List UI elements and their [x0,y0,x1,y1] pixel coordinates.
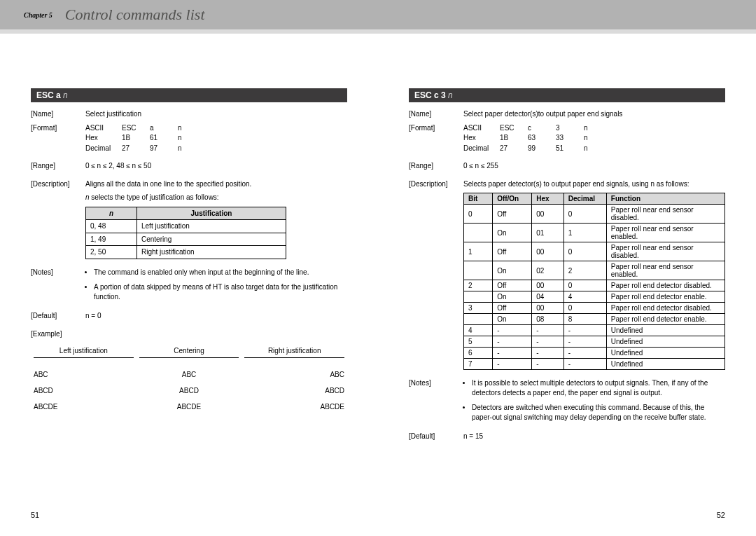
format-grid: ASCIIESCan Hex1B61n Decimal2797n [85,123,347,153]
bt-cell: Off [493,303,532,314]
name-value: Select justification [85,109,347,119]
fmt-cell: n [584,123,612,133]
notes-label: [Notes] [409,378,463,427]
bt-cell: Paper roll near end sensor disabled. [606,242,724,261]
ex-cell: ABCD [31,383,136,399]
bt-cell: Paper roll near end sensor enabled. [606,261,724,280]
range-label: [Range] [31,161,85,171]
bt-cell [464,314,493,325]
description-row: [Description] Selects paper detector(s) … [409,179,725,189]
fmt-cell: 63 [528,133,556,143]
jt-head-n: n [86,207,137,220]
fmt-cell: 27 [122,144,150,153]
bt-cell: 00 [532,280,564,291]
description-value: Selects paper detector(s) to output pape… [463,179,725,189]
bt-cell: On [493,314,532,325]
example-data-row: ABCD ABCD ABCD [31,383,347,399]
bt-cell [464,261,493,280]
bt-cell: Paper roll end detector disabled. [606,303,724,314]
format-row: [Format] ASCIIESCc3n Hex1B6333n Decimal2… [409,123,725,153]
bt-cell: Paper roll near end sensor enabled. [606,224,724,242]
jt-cell: Centering [137,233,286,246]
range-row: [Range] 0 ≤ n ≤ 255 [409,161,725,171]
description-value: Aligns all the data in one line to the s… [85,179,347,259]
bt-head: Decimal [564,193,606,205]
fmt-cell: ESC [500,123,528,133]
fmt-cell: 1B [122,133,150,143]
jt-cell: Right justification [137,246,286,259]
bt-cell: - [532,325,564,336]
default-value: n = 0 [85,311,347,321]
cmd-title-param: n [448,90,453,100]
bt-cell: - [493,348,532,359]
command-heading-esc-a: ESC a n [31,88,347,102]
page-number-left: 51 [31,511,39,519]
fmt-cell: 27 [500,144,528,153]
example-row: [Example] [31,329,347,339]
bt-cell: 1 [564,224,606,242]
bt-cell: - [564,325,606,336]
ex-cell: ABCD [241,383,347,399]
justification-table: n Justification 0, 48Left justification … [85,207,286,259]
notes-row: [Notes] It is possible to select multipl… [409,378,725,427]
range-value: 0 ≤ n ≤ 255 [463,161,725,171]
bt-cell: 5 [464,336,493,348]
format-row: [Format] ASCIIESCan Hex1B61n Decimal2797… [31,123,347,153]
bt-cell: Undefined [606,325,724,336]
fmt-cell: 61 [150,133,178,143]
name-row: [Name] Select paper detector(s)to output… [409,109,725,119]
fmt-cell: n [584,144,612,153]
format-grid: ASCIIESCc3n Hex1B6333n Decimal279951n [463,123,725,153]
cmd-title-param: n [63,90,68,100]
fmt-cell: n [178,133,206,143]
fmt-cell: 3 [556,123,584,133]
cmd-title-text: ESC c 3 [414,90,448,100]
bt-cell: Off [493,205,532,224]
example-value [85,329,347,339]
bt-cell: Off [493,242,532,261]
example-data-row: ABCDE ABCDE ABCDE [31,399,347,415]
fmt-cell: Hex [463,133,500,143]
bt-cell: On [493,224,532,242]
desc-sub-text: selects the type of justification as fol… [90,193,219,201]
bt-cell: 4 [464,325,493,336]
bt-cell: 0 [464,205,493,224]
jt-cell: 2, 50 [86,246,137,259]
notes-list: The command is enabled only when input a… [94,268,347,302]
fmt-cell: 97 [150,144,178,153]
bt-cell: - [564,348,606,359]
name-value: Select paper detector(s)to output paper … [463,109,725,119]
bt-cell: - [532,359,564,370]
ex-cell: ABCDE [241,399,347,415]
notes-value: The command is enabled only when input a… [85,268,347,308]
ex-cell: ABC [31,366,136,383]
bt-cell: 0 [564,242,606,261]
fmt-cell: Decimal [85,144,122,153]
bt-cell: 2 [464,280,493,291]
ex-head-left: Left justification [34,347,134,358]
jt-cell: Left justification [137,220,286,233]
document-spread: Chapter 5 Control commands list ESC a n … [0,0,756,536]
fmt-cell: 99 [528,144,556,153]
bt-cell: 4 [564,291,606,303]
name-label: [Name] [409,109,463,119]
header-banner: Chapter 5 Control commands list [0,0,756,29]
page-right: ESC c 3 n [Name] Select paper detector(s… [378,29,756,536]
description-row: [Description] Aligns all the data in one… [31,179,347,259]
notes-list: It is possible to select multiple detect… [472,378,725,422]
ex-head-right: Right justification [244,347,344,358]
format-label: [Format] [409,123,463,153]
description-label: [Description] [409,179,463,189]
format-value: ASCIIESCan Hex1B61n Decimal2797n [85,123,347,153]
jt-head-j: Justification [137,207,286,220]
bt-cell: Undefined [606,359,724,370]
bt-cell: - [564,359,606,370]
bt-cell: 0 [564,280,606,291]
bt-cell: 3 [464,303,493,314]
note-item: A portion of data skipped by means of HT… [94,282,347,301]
bt-cell: - [493,359,532,370]
ex-cell: ABC [136,366,242,383]
description-text: Aligns all the data in one line to the s… [85,179,347,189]
fmt-cell: n [178,144,206,153]
example-data-row: ABC ABC ABC [31,366,347,383]
